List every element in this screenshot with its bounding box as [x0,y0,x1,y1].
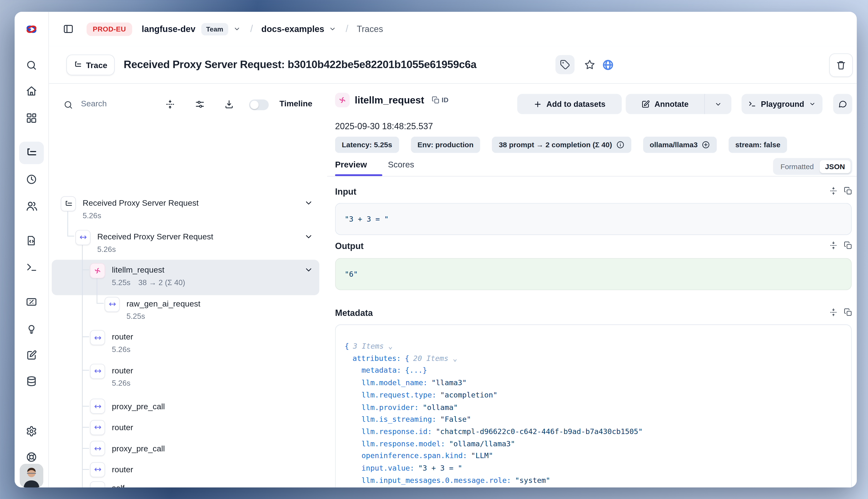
public-globe-icon[interactable] [598,55,617,74]
tree-item-label: proxy_pre_call [112,399,165,414]
tree-item[interactable]: router [48,417,369,438]
output-content[interactable]: "6" [335,258,852,290]
stream-badge: stream: false [729,137,787,153]
fold-vertical-icon[interactable] [829,187,838,195]
model-badge[interactable]: ollama/llama3 [643,137,717,153]
json-line: llm.is_streaming:"False" [344,413,842,426]
span-icon [90,420,105,435]
breadcrumb-section[interactable]: Traces [357,24,383,34]
home-icon[interactable] [15,85,48,97]
span-icon [90,441,105,456]
download-icon[interactable] [224,100,234,109]
breadcrumb-separator: / [346,23,349,35]
tree-item[interactable]: proxy_pre_call [48,438,369,459]
playground-button[interactable]: Playground [742,94,822,114]
json-line: llm.response.model:"ollama/llama3" [344,438,842,450]
tree-item[interactable]: proxy_pre_call [48,396,369,417]
chevron-down-icon[interactable] [304,232,313,241]
timeline-toggle[interactable] [249,100,269,110]
latency-badge: Latency: 5.25s [335,137,399,153]
fold-vertical-icon[interactable] [829,241,838,250]
add-to-datasets-button[interactable]: Add to datasets [517,94,622,114]
observation-badges: Latency: 5.25s Env: production 38 prompt… [335,137,787,153]
tab-preview[interactable]: Preview [335,160,367,169]
tree-item[interactable]: Received Proxy Server Request 5.26s [48,229,354,262]
app-window: PROD-EU langfuse-dev Team / docs-example… [15,12,857,487]
environment-badge: PROD-EU [87,22,132,36]
span-icon [90,364,105,379]
tree-item[interactable]: router 5.26s [48,362,369,395]
copy-icon[interactable] [844,241,852,250]
collapse-all-icon[interactable] [165,100,175,109]
span-icon [75,230,90,245]
desktop: PROD-EU langfuse-dev Team / docs-example… [0,0,868,499]
annotate-button[interactable]: Annotate [626,94,705,114]
org-type-badge: Team [201,23,228,35]
insights-lightbulb-icon[interactable] [15,324,48,335]
tree-item-selected[interactable]: litellm_request 5.25s38 → 2 (Σ 40) [48,262,369,295]
support-lifebuoy-icon[interactable] [15,451,48,463]
delete-trace-button[interactable] [829,53,853,77]
tree-item-duration: 5.26s [83,211,101,220]
tree-item-label: litellm_request [112,262,185,278]
copy-id-button[interactable]: ID [431,96,449,104]
traces-icon[interactable] [15,147,48,159]
project-name[interactable]: docs-examples [261,24,324,34]
org-name[interactable]: langfuse-dev [142,24,195,34]
user-avatar[interactable] [20,464,43,487]
users-icon[interactable] [15,200,48,212]
view-settings-icon[interactable] [195,100,205,109]
langfuse-logo-icon[interactable] [15,12,48,46]
tree-item[interactable]: self 5.23s [48,480,369,487]
comments-button[interactable] [833,94,852,114]
org-chevron-down-icon[interactable] [233,25,241,33]
prompts-file-icon[interactable] [15,235,48,246]
json-option[interactable]: JSON [819,160,851,173]
span-icon [105,297,120,312]
copy-icon[interactable] [844,187,852,195]
tag-icon[interactable] [555,55,574,74]
tree-item-label: Received Proxy Server Request [83,195,199,211]
json-line: input.value:"3 + 3 = " [344,462,842,474]
chevron-down-icon[interactable] [304,198,313,207]
evaluators-icon[interactable] [15,296,48,307]
metadata-section-title: Metadata [335,308,373,318]
input-content[interactable]: "3 + 3 = " [335,203,852,235]
dashboard-icon[interactable] [15,112,48,124]
star-icon[interactable] [580,55,599,74]
terminal-icon[interactable] [15,261,48,273]
json-line: llm.request.type:"acompletion" [344,389,842,401]
output-section-title: Output [335,241,364,251]
metadata-json-viewer[interactable]: {3 Items ⌄ attributes:{20 Items ⌄ metada… [335,324,852,487]
observation-timestamp: 2025-09-30 18:48:25.537 [335,122,433,132]
tree-item-tokens: 38 → 2 (Σ 40) [138,278,185,287]
tab-scores[interactable]: Scores [388,160,414,169]
top-header: PROD-EU langfuse-dev Team / docs-example… [48,12,857,47]
json-line: llm.input_messages.0.message.role:"syste… [344,474,842,487]
tree-item[interactable]: Received Proxy Server Request 5.26s [48,195,340,228]
formatted-option[interactable]: Formatted [775,160,819,173]
search-icon[interactable] [15,60,48,71]
search-input[interactable] [80,98,150,109]
json-line: llm.model_name:"llama3" [344,377,842,389]
annotate-dropdown-chevron[interactable] [705,94,731,114]
info-icon [616,141,624,149]
token-usage-badge[interactable]: 38 prompt → 2 completion (Σ 40) [492,137,631,153]
json-line: llm.input_messages.0.message.content:"Yo… [344,486,842,487]
tree-item[interactable]: router [48,459,369,480]
settings-gear-icon[interactable] [15,426,48,437]
active-tab-underline [335,174,382,176]
generation-icon [335,93,350,108]
tree-item[interactable]: router 5.26s [48,329,369,362]
fold-vertical-icon[interactable] [829,308,838,317]
sessions-clock-icon[interactable] [15,174,48,185]
sidebar-toggle-icon[interactable] [63,24,74,34]
trace-type-label: Trace [86,60,108,69]
copy-icon[interactable] [844,308,852,317]
project-chevron-down-icon[interactable] [329,25,336,33]
annotation-pen-icon[interactable] [15,350,48,361]
tree-item-label: raw_gen_ai_request [126,295,200,311]
chevron-down-icon[interactable] [304,265,313,274]
input-section-icons [829,187,852,195]
datasets-database-icon[interactable] [15,376,48,387]
